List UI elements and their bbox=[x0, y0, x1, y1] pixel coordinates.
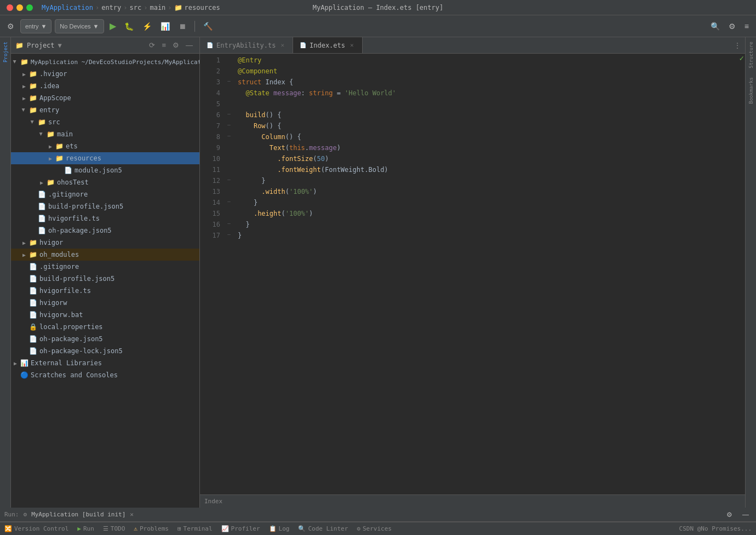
breadcrumb-resources[interactable]: resources bbox=[185, 4, 220, 11]
gutter-14[interactable]: — bbox=[225, 196, 233, 207]
debug-button[interactable]: 🐛 bbox=[122, 19, 136, 33]
tree-item-build-profile-entry[interactable]: ▶ 📄 build-profile.json5 bbox=[11, 200, 199, 212]
tree-item-build-profile-top[interactable]: ▶ 📄 build-profile.json5 bbox=[11, 273, 199, 285]
search-btn[interactable]: 🔍 bbox=[708, 19, 723, 33]
settings-icon-btn[interactable]: ⚙ bbox=[4, 19, 17, 33]
token-4-2: message bbox=[273, 89, 301, 97]
profile-button[interactable]: ⚡ bbox=[140, 19, 154, 33]
vertical-tab-bookmarks[interactable]: Bookmarks bbox=[747, 73, 755, 108]
tree-item-module-json5[interactable]: ▶ 📄 module.json5 bbox=[11, 164, 199, 176]
status-version-control[interactable]: 🔀 Version Control bbox=[4, 525, 68, 532]
stop-button[interactable]: ⏹ bbox=[176, 19, 189, 33]
panel-close-btn[interactable]: — bbox=[184, 40, 195, 50]
tree-item-hvigorfile-entry[interactable]: ▶ 📄 hvigorfile.ts bbox=[11, 212, 199, 225]
vertical-tab-project[interactable]: Project bbox=[1, 37, 10, 67]
devices-selector[interactable]: No Devices ▼ bbox=[55, 19, 104, 33]
panel-collapse-btn[interactable]: ≡ bbox=[159, 40, 168, 50]
build-button[interactable]: 🔨 bbox=[201, 19, 215, 33]
run-app-label: MyApplication [build init] bbox=[31, 511, 125, 518]
tab-close-entryability[interactable]: ✕ bbox=[279, 41, 286, 49]
services-icon: ⚙ bbox=[357, 525, 360, 532]
status-terminal[interactable]: ⊞ Terminal bbox=[177, 525, 213, 532]
line-num-4: 4 bbox=[204, 88, 220, 99]
tree-item-hvigorfile-top[interactable]: ▶ 📄 hvigorfile.ts bbox=[11, 285, 199, 297]
status-problems[interactable]: ⚠ Problems bbox=[134, 525, 169, 532]
gutter-7[interactable]: — bbox=[225, 119, 233, 130]
status-services[interactable]: ⚙ Services bbox=[357, 525, 392, 532]
tree-label-gitignore-top: .gitignore bbox=[39, 263, 195, 271]
tab-close-index[interactable]: ✕ bbox=[348, 41, 356, 49]
code-content[interactable]: @Entry @Component struct Index { @State … bbox=[233, 54, 737, 494]
tree-item-ets[interactable]: ▶ 📁 ets bbox=[11, 140, 199, 152]
project-dropdown-icon[interactable]: ▼ bbox=[58, 42, 62, 49]
status-todo[interactable]: ☰ TODO bbox=[103, 525, 125, 532]
line-num-8: 8 bbox=[204, 131, 220, 142]
tree-item-gitignore-entry[interactable]: ▶ 📄 .gitignore bbox=[11, 188, 199, 200]
status-code-linter[interactable]: 🔍 Code Linter bbox=[298, 525, 348, 532]
gutter-3[interactable]: — bbox=[225, 76, 233, 87]
tree-item-gitignore-top[interactable]: ▶ 📄 .gitignore bbox=[11, 261, 199, 273]
gear-btn[interactable]: ⚙ bbox=[726, 19, 738, 33]
tree-item-oh-modules[interactable]: ▶ 📁 oh_modules bbox=[11, 249, 199, 261]
entry-selector[interactable]: entry ▼ bbox=[20, 19, 51, 33]
tree-label-main: main bbox=[57, 130, 195, 138]
token-9-3: this bbox=[289, 144, 305, 152]
panel-actions: ⟳ ≡ ⚙ — bbox=[147, 40, 195, 50]
status-log[interactable]: 📋 Log bbox=[269, 525, 290, 532]
more-btn[interactable]: ≡ bbox=[742, 19, 752, 33]
close-button[interactable] bbox=[7, 4, 13, 11]
tree-item-oh-package-lock[interactable]: ▶ 📄 oh-package-lock.json5 bbox=[11, 345, 199, 357]
run-settings-btn[interactable]: ⚙ bbox=[724, 508, 735, 522]
breadcrumb-main[interactable]: main bbox=[150, 4, 165, 11]
tree-file-icon-hvigorw-bat: 📄 bbox=[28, 310, 37, 319]
todo-label: TODO bbox=[111, 525, 125, 532]
panel-sync-btn[interactable]: ⟳ bbox=[147, 40, 157, 50]
tab-entryability[interactable]: 📄 EntryAbility.ts ✕ bbox=[200, 37, 293, 53]
tree-item-idea[interactable]: ▶ 📁 .idea bbox=[11, 80, 199, 92]
run-button[interactable]: ▶ bbox=[107, 20, 118, 32]
tree-item-external-libraries[interactable]: ▶ 📊 External Libraries bbox=[11, 357, 199, 369]
tree-item-hvigor-dir[interactable]: ▶ 📁 .hvigor bbox=[11, 68, 199, 80]
tree-item-src[interactable]: ▶ 📁 src bbox=[11, 116, 199, 128]
gutter-17[interactable]: — bbox=[225, 229, 233, 240]
tree-file-icon-oh-package-entry: 📄 bbox=[37, 226, 46, 235]
check-mark-indicator: ✓ bbox=[740, 54, 744, 62]
tree-icon-external-libraries: 📊 bbox=[20, 359, 28, 367]
gutter-6[interactable]: — bbox=[225, 108, 233, 119]
tree-item-resources[interactable]: ▶ 📁 resources bbox=[11, 152, 199, 164]
breadcrumb-entry[interactable]: entry bbox=[101, 4, 121, 11]
breadcrumb-app[interactable]: MyApplication bbox=[42, 4, 93, 11]
tree-item-oh-package-top[interactable]: ▶ 📄 oh-package.json5 bbox=[11, 333, 199, 345]
status-profiler[interactable]: 📈 Profiler bbox=[221, 525, 260, 532]
gutter-1 bbox=[225, 54, 233, 65]
gutter-12[interactable]: — bbox=[225, 174, 233, 185]
tree-item-hvigor-top[interactable]: ▶ 📁 hvigor bbox=[11, 237, 199, 249]
status-run-item[interactable]: ▶ Run bbox=[77, 525, 94, 532]
tree-item-hvigorw-bat[interactable]: ▶ 📄 hvigorw.bat bbox=[11, 309, 199, 321]
tab-index[interactable]: 📄 Index.ets ✕ bbox=[293, 37, 363, 53]
tree-item-scratches[interactable]: ▶ 🔵 Scratches and Consoles bbox=[11, 369, 199, 381]
coverage-button[interactable]: 📊 bbox=[158, 19, 173, 33]
gutter-8[interactable]: — bbox=[225, 130, 233, 141]
code-line-9: Text(this.message) bbox=[233, 142, 737, 153]
tree-item-appscope[interactable]: ▶ 📁 AppScope bbox=[11, 92, 199, 104]
maximize-button[interactable] bbox=[26, 4, 33, 11]
token-4-5: = bbox=[333, 89, 345, 97]
run-close-panel-btn[interactable]: — bbox=[740, 508, 752, 522]
tree-item-hvigorw[interactable]: ▶ 📄 hvigorw bbox=[11, 297, 199, 309]
tree-item-ohostest[interactable]: ▶ 📁 ohosTest bbox=[11, 176, 199, 188]
minimize-button[interactable] bbox=[16, 4, 23, 11]
panel-settings-btn[interactable]: ⚙ bbox=[170, 40, 181, 50]
tab-more-btn[interactable]: ⋮ bbox=[730, 37, 745, 53]
code-line-4: @State message: string = 'Hello World' bbox=[233, 88, 737, 99]
breadcrumb-src[interactable]: src bbox=[130, 4, 142, 11]
tree-item-myapplication[interactable]: ▶ 📁 MyApplication ~/DevEcoStudioProjects… bbox=[11, 56, 199, 68]
gutter-16[interactable]: — bbox=[225, 218, 233, 229]
tree-item-main[interactable]: ▶ 📁 main bbox=[11, 128, 199, 140]
vertical-tab-structure[interactable]: Structure bbox=[747, 37, 755, 73]
tree-item-local-properties[interactable]: ▶ 🔒 local.properties bbox=[11, 321, 199, 333]
run-close-btn[interactable]: ✕ bbox=[130, 511, 134, 518]
token-3-3: { bbox=[289, 78, 293, 86]
tree-item-oh-package-entry[interactable]: ▶ 📄 oh-package.json5 bbox=[11, 225, 199, 237]
tree-item-entry[interactable]: ▶ 📁 entry bbox=[11, 104, 199, 116]
